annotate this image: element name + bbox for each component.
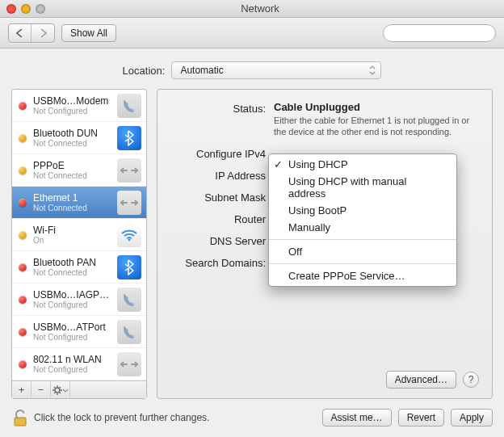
sidebar-item-status: Not Configured [33,107,111,116]
sidebar-item-text: USBMo…ModemNot Configured [33,95,111,116]
phone-icon [117,320,141,344]
sidebar-item-text: USBMo…IAGPortNot Configured [33,289,111,309]
menu-item-off[interactable]: Off [269,243,456,260]
lock-text: Click the lock to prevent further change… [34,412,209,423]
apply-button[interactable]: Apply [451,409,493,426]
sidebar-item-bluetooth-dun[interactable]: Bluetooth DUNNot Connected [12,122,146,154]
status-dot-icon [19,360,27,368]
revert-button[interactable]: Revert [398,409,444,426]
sidebar-item-usbmo-modem[interactable]: USBMo…ModemNot Configured [12,90,146,122]
sidebar-item-status: Not Connected [33,171,111,180]
nav-segment [8,23,55,43]
sidebar-item-text: Bluetooth PANNot Connected [33,257,111,277]
configure-label: Configure IPv4 [170,146,266,160]
advanced-button[interactable]: Advanced… [386,371,456,389]
location-label: Location: [123,65,166,77]
sidebar-item-wi-fi[interactable]: Wi-FiOn [12,219,146,251]
sidebar-item-name: PPPoE [33,160,111,171]
sidebar-item-text: Wi-FiOn [33,225,111,245]
sidebar-item-802-11-n-wlan[interactable]: 802.11 n WLANNot Configured [12,348,146,380]
advanced-row: Advanced… ? [170,371,479,389]
sidebar-item-status: Not Configured [33,300,111,309]
footer: Click the lock to prevent further change… [0,400,504,437]
sidebar-item-usbmo-atport[interactable]: USBMo…ATPortNot Configured [12,316,146,348]
arrows-icon [117,191,141,215]
interfaces-list: USBMo…ModemNot ConfiguredBluetooth DUNNo… [12,90,146,380]
sidebar-item-name: Ethernet 1 [33,192,111,204]
sidebar-item-name: USBMo…IAGPort [33,289,111,300]
sidebar-item-text: Ethernet 1Not Connected [33,192,111,212]
add-interface-button[interactable]: + [12,381,32,398]
chevron-down-icon [63,385,68,395]
svg-line-9 [60,392,61,393]
phone-icon [117,288,141,312]
sidebar-item-name: 802.11 n WLAN [33,354,111,365]
status-dot-icon [19,231,27,239]
status-dot-icon [19,328,27,336]
chevron-right-icon [40,29,47,37]
sidebar-item-status: Not Configured [33,333,111,342]
menu-item-bootp[interactable]: Using BootP [269,202,456,219]
status-value: Cable Unplugged [274,101,476,113]
status-dot-icon [19,199,27,207]
location-select[interactable]: Automatic [171,61,381,79]
sidebar-item-pppoe[interactable]: PPPoENot Connected [12,154,146,187]
bt-icon [117,126,141,150]
sidebar-item-status: Not Connected [33,204,111,212]
status-dot-icon [19,166,27,174]
gear-icon [52,385,62,395]
sidebar-item-text: PPPoENot Connected [33,160,111,180]
sidebar-item-status: Not Configured [33,365,111,374]
menu-item-dhcp-manual[interactable]: Using DHCP with manual address [269,173,456,202]
status-description: Either the cable for Ethernet 1 is not p… [274,115,476,138]
search-domains-label: Search Domains: [170,255,266,269]
menu-separator [269,239,456,240]
search-field[interactable] [383,24,496,42]
svg-point-3 [55,388,60,393]
sidebar-item-text: USBMo…ATPortNot Configured [33,321,111,342]
ip-label: IP Address [170,168,266,182]
forward-button[interactable] [32,24,54,42]
assist-me-button[interactable]: Assist me… [322,409,392,426]
help-button[interactable]: ? [463,372,479,388]
sidebar-footer: + − [12,380,146,398]
arrows-icon [117,352,141,376]
phone-icon [117,94,141,118]
menu-item-manually[interactable]: Manually [269,219,456,236]
updown-icon [369,65,376,75]
location-value: Automatic [180,65,223,76]
gear-menu-button[interactable] [51,381,70,398]
menu-item-create-pppoe[interactable]: Create PPPoE Service… [269,267,456,284]
chevron-left-icon [16,29,23,37]
remove-interface-button[interactable]: − [32,381,51,398]
sidebar-item-ethernet-1[interactable]: Ethernet 1Not Connected [12,187,146,219]
toolbar: Show All [0,18,504,48]
sidebar-item-text: Bluetooth DUNNot Connected [33,128,111,148]
svg-line-8 [54,387,55,388]
sidebar-item-bluetooth-pan[interactable]: Bluetooth PANNot Connected [12,251,146,284]
sidebar-item-name: USBMo…ATPort [33,321,111,333]
sidebar-item-name: Bluetooth PAN [33,257,111,268]
sidebar-item-name: USBMo…Modem [33,95,111,107]
lock-area[interactable]: Click the lock to prevent further change… [11,408,209,427]
arrows-icon [117,158,141,183]
close-window-button[interactable] [6,4,16,14]
show-all-button[interactable]: Show All [61,24,116,42]
interfaces-sidebar: USBMo…ModemNot ConfiguredBluetooth DUNNo… [11,89,147,399]
sidebar-item-name: Wi-Fi [33,225,111,236]
sidebar-item-usbmo-iagport[interactable]: USBMo…IAGPortNot Configured [12,284,146,316]
svg-point-2 [128,238,131,241]
bt-icon [117,255,141,279]
menu-separator [269,263,456,264]
back-button[interactable] [9,24,32,42]
search-input[interactable] [393,27,504,39]
svg-rect-12 [15,418,26,426]
unlocked-lock-icon [11,408,29,427]
sidebar-item-name: Bluetooth DUN [33,128,111,139]
sidebar-item-text: 802.11 n WLANNot Configured [33,354,111,374]
sidebar-item-status: Not Connected [33,268,111,277]
location-row: Location: Automatic [0,48,504,89]
status-dot-icon [19,102,27,110]
status-row: Status: Cable Unplugged Either the cable… [170,101,479,138]
menu-item-dhcp[interactable]: Using DHCP [269,156,456,173]
